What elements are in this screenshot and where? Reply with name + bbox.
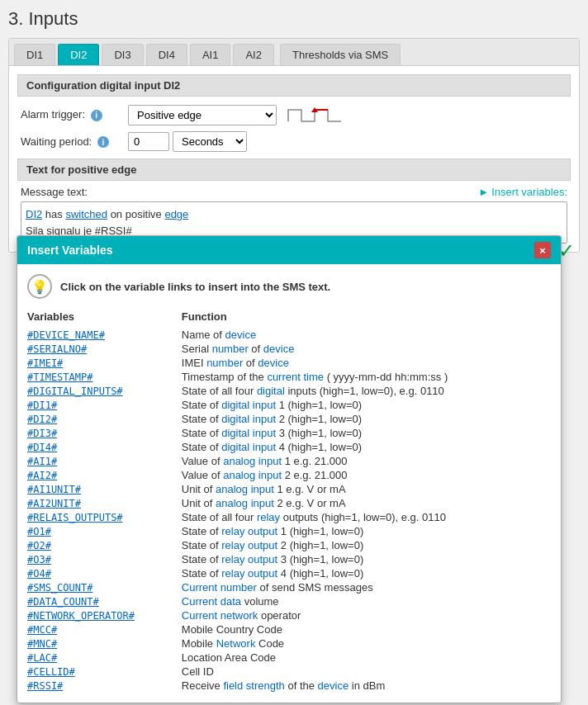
variable-link[interactable]: #MNC# (27, 638, 57, 650)
text-section-header: Text for positive edge (17, 159, 571, 181)
variable-desc: IMEI number of device (182, 356, 551, 370)
variable-desc: State of relay output 2 (high=1, low=0) (182, 538, 551, 552)
col-function-header: Function (182, 309, 551, 328)
tab-di3[interactable]: DI3 (102, 44, 143, 65)
variable-link[interactable]: #MCC# (27, 624, 57, 636)
variable-row: #MCC#Mobile Country Code (27, 622, 551, 636)
insert-variables-arrow: ► (478, 186, 489, 198)
variable-row: #DI1#State of digital input 1 (high=1, l… (27, 398, 551, 412)
message-text-row: Message text: ► Insert variables: (17, 186, 571, 198)
waiting-period-info-icon[interactable]: i (97, 136, 109, 148)
variable-row: #DIGITAL_INPUTS#State of all four digita… (27, 384, 551, 398)
variable-link[interactable]: #O3# (27, 554, 51, 565)
variable-link[interactable]: #DI3# (27, 428, 57, 439)
variable-row: #RELAIS_OUTPUTS#State of all four relay … (27, 510, 551, 524)
variable-desc: Current data volume (182, 594, 551, 608)
tab-di2[interactable]: DI2 (58, 44, 99, 65)
variable-desc: Mobile Network Code (182, 636, 551, 651)
msg-di2-link[interactable]: DI2 (26, 208, 42, 220)
alarm-trigger-select[interactable]: Positive edge (128, 105, 277, 125)
variable-desc: Mobile Country Code (182, 622, 551, 636)
variable-link[interactable]: #O1# (27, 526, 51, 537)
waiting-period-input[interactable] (128, 132, 169, 151)
variable-link[interactable]: #TIMESTAMP# (27, 371, 92, 383)
page-title: 3. Inputs (8, 8, 580, 30)
variable-desc: State of digital input 1 (high=1, low=0) (182, 398, 551, 412)
variables-table: Variables Function #DEVICE_NAME#Name of … (27, 309, 551, 693)
variable-row: #IMEI#IMEI number of device (27, 356, 551, 370)
variable-row: #O2#State of relay output 2 (high=1, low… (27, 538, 551, 552)
variable-link[interactable]: #DEVICE_NAME# (27, 329, 105, 341)
variable-row: #O4#State of relay output 4 (high=1, low… (27, 566, 551, 580)
variable-link[interactable]: #AI2UNIT# (27, 498, 81, 509)
variable-link[interactable]: #DIGITAL_INPUTS# (27, 386, 123, 397)
variable-link[interactable]: #LAC# (27, 652, 57, 664)
message-line1: DI2 has switched on positive edge (26, 206, 562, 223)
variable-link[interactable]: #AI2# (27, 470, 57, 481)
alarm-trigger-controls: Positive edge (128, 103, 567, 126)
variable-link[interactable]: #SERIALNO# (27, 343, 87, 355)
msg-edge-link[interactable]: edge (164, 208, 188, 220)
variable-desc: Receive field strength of the device in … (182, 679, 551, 693)
variable-link[interactable]: #DI1# (27, 400, 57, 411)
variable-row: #DEVICE_NAME#Name of device (27, 328, 551, 342)
tab-di4[interactable]: DI4 (146, 44, 187, 65)
variable-link[interactable]: #AI1# (27, 456, 57, 467)
modal-title: Insert Variables (27, 244, 113, 257)
tab-ai2[interactable]: AI2 (233, 44, 274, 65)
tab-thresholds[interactable]: Thresholds via SMS (280, 44, 401, 65)
variable-desc: State of digital input 2 (high=1, low=0) (182, 412, 551, 426)
variable-desc: Name of device (182, 328, 551, 342)
modal-header: Insert Variables × (17, 236, 561, 264)
variable-row: #DI2#State of digital input 2 (high=1, l… (27, 412, 551, 426)
bulb-icon: 💡 (27, 274, 52, 299)
variable-link[interactable]: #DI4# (27, 442, 57, 453)
variable-link[interactable]: #RSSI# (27, 680, 63, 692)
variable-desc: Cell ID (182, 665, 551, 679)
variable-row: #DI4#State of digital input 4 (high=1, l… (27, 440, 551, 454)
col-variables-header: Variables (27, 309, 182, 328)
variable-link[interactable]: #DI2# (27, 414, 57, 425)
variable-link[interactable]: #O2# (27, 540, 51, 551)
tab-di1[interactable]: DI1 (14, 44, 55, 65)
waiting-period-row: Waiting period: i Seconds (17, 131, 571, 152)
variable-link[interactable]: #IMEI# (27, 357, 63, 369)
variable-desc: Serial number of device (182, 342, 551, 356)
variable-row: #MNC#Mobile Network Code (27, 636, 551, 651)
waiting-period-controls: Seconds (128, 131, 567, 152)
variable-link[interactable]: #AI1UNIT# (27, 484, 81, 495)
waiting-period-unit-select[interactable]: Seconds (173, 131, 247, 152)
variable-link[interactable]: #CELLID# (27, 666, 75, 678)
variable-row: #SERIALNO#Serial number of device (27, 342, 551, 356)
alarm-trigger-info-icon[interactable]: i (91, 110, 102, 121)
variable-link[interactable]: #O4# (27, 568, 51, 580)
variable-link[interactable]: #SMS_COUNT# (27, 582, 92, 594)
variable-desc: Current network operator (182, 608, 551, 622)
modal-close-button[interactable]: × (534, 242, 551, 258)
tabs-row: DI1 DI2 DI3 DI4 AI1 AI2 Thresholds via S… (9, 39, 579, 66)
variable-desc: State of all four relay outputs (high=1,… (182, 510, 551, 524)
msg-switched-link[interactable]: switched (65, 208, 107, 220)
modal-hint: 💡 Click on the variable links to insert … (27, 274, 551, 299)
variable-row: #SMS_COUNT#Current number of send SMS me… (27, 580, 551, 594)
variable-desc: Current number of send SMS messages (182, 580, 551, 594)
variable-desc: Location Area Code (182, 651, 551, 665)
variable-row: #LAC#Location Area Code (27, 651, 551, 665)
variable-row: #O1#State of relay output 1 (high=1, low… (27, 524, 551, 538)
alarm-trigger-row: Alarm trigger: i Positive edge (17, 103, 571, 126)
tab-ai1[interactable]: AI1 (190, 44, 231, 65)
variable-row: #O3#State of relay output 3 (high=1, low… (27, 552, 551, 566)
variable-link[interactable]: #DATA_COUNT# (27, 596, 99, 608)
insert-variables-modal: Insert Variables × 💡 Click on the variab… (17, 235, 562, 703)
config-section-header: Configuration digital input DI2 (17, 74, 571, 97)
variable-row: #RSSI#Receive field strength of the devi… (27, 679, 551, 693)
insert-variables-link[interactable]: ► Insert variables: (478, 186, 567, 198)
variable-desc: State of relay output 1 (high=1, low=0) (182, 524, 551, 538)
variable-row: #AI1UNIT#Unit of analog input 1 e.g. V o… (27, 482, 551, 496)
variable-link[interactable]: #NETWORK_OPERATOR# (27, 610, 135, 622)
variable-row: #CELLID#Cell ID (27, 665, 551, 679)
variable-desc: Value of analog input 2 e.g. 21.000 (182, 468, 551, 482)
message-text-label: Message text: (21, 186, 103, 198)
variable-link[interactable]: #RELAIS_OUTPUTS# (27, 512, 123, 523)
variable-desc: State of relay output 3 (high=1, low=0) (182, 552, 551, 566)
